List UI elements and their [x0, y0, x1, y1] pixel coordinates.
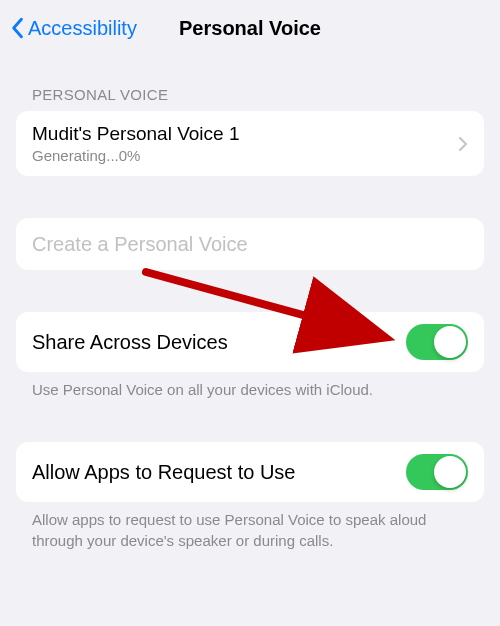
- share-across-devices-footer: Use Personal Voice on all your devices w…: [0, 372, 500, 400]
- section-header-personal-voice: PERSONAL VOICE: [0, 56, 500, 111]
- share-across-devices-row: Share Across Devices: [16, 312, 484, 372]
- chevron-left-icon: [10, 17, 24, 39]
- personal-voice-item[interactable]: Mudit's Personal Voice 1 Generating...0%: [16, 111, 484, 176]
- back-label: Accessibility: [28, 17, 137, 40]
- voice-status: Generating...0%: [32, 147, 140, 164]
- voice-list-group: Mudit's Personal Voice 1 Generating...0%: [16, 111, 484, 176]
- share-across-devices-label: Share Across Devices: [32, 331, 228, 354]
- toggle-knob: [434, 456, 466, 488]
- chevron-right-icon: [458, 136, 468, 152]
- toggle-knob: [434, 326, 466, 358]
- back-button[interactable]: Accessibility: [10, 17, 137, 40]
- allow-apps-row: Allow Apps to Request to Use: [16, 442, 484, 502]
- create-voice-group: Create a Personal Voice: [16, 218, 484, 270]
- create-personal-voice-button[interactable]: Create a Personal Voice: [16, 218, 484, 270]
- navbar: Accessibility Personal Voice: [0, 0, 500, 56]
- voice-name: Mudit's Personal Voice 1: [32, 123, 239, 145]
- share-devices-group: Share Across Devices: [16, 312, 484, 372]
- share-across-devices-toggle[interactable]: [406, 324, 468, 360]
- allow-apps-label: Allow Apps to Request to Use: [32, 461, 295, 484]
- allow-apps-group: Allow Apps to Request to Use: [16, 442, 484, 502]
- allow-apps-toggle[interactable]: [406, 454, 468, 490]
- allow-apps-footer: Allow apps to request to use Personal Vo…: [0, 502, 500, 551]
